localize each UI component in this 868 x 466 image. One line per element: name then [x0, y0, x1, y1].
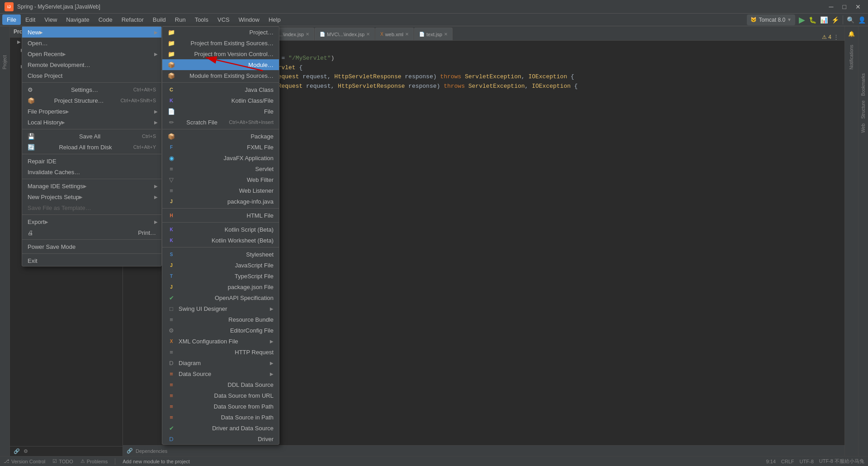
new-ts-item[interactable]: T TypeScript File — [162, 271, 279, 281]
new-xml-config-item[interactable]: X XML Configuration File ▶ — [162, 336, 279, 347]
new-datasource-in-path-item[interactable]: ≡ Data Source in Path — [162, 412, 279, 423]
new-project-item[interactable]: 📁 Project… — [162, 27, 279, 38]
editor-settings-icon[interactable]: ⋮ — [833, 33, 839, 40]
menu-item-invalidate[interactable]: Invalidate Caches… — [22, 166, 161, 177]
new-resource-bundle-item[interactable]: ≡ Resource Bundle — [162, 314, 279, 325]
tab-mvcindex[interactable]: 📄 MVC\...\index.jsp ✕ — [315, 28, 375, 40]
menu-item-ide-settings[interactable]: Manage IDE Settings ▶ — [22, 181, 161, 191]
menu-item-export[interactable]: Export ▶ — [22, 216, 161, 227]
menu-item-print[interactable]: 🖨 Print… — [22, 227, 161, 238]
new-js-item[interactable]: J JavaScript File — [162, 260, 279, 271]
new-diagram-item[interactable]: D Diagram ▶ — [162, 357, 279, 368]
new-fxml-item[interactable]: F FXML File — [162, 142, 279, 152]
new-package-item[interactable]: 📦 Package — [162, 131, 279, 142]
menu-item-save-all[interactable]: 💾 Save All Ctrl+S — [22, 131, 161, 142]
notif-bell-icon[interactable]: 🔔 — [846, 29, 857, 39]
menu-item-exit[interactable]: Exit — [22, 255, 161, 266]
menu-file[interactable]: File — [2, 14, 21, 25]
menu-item-close[interactable]: Close Project — [22, 70, 161, 81]
new-file-item[interactable]: 📄 File — [162, 106, 279, 117]
notifications-label[interactable]: Notifications — [849, 45, 854, 69]
menu-view[interactable]: View — [40, 14, 61, 25]
new-kotlin-class-item[interactable]: K Kotlin Class/File — [162, 95, 279, 106]
new-driver-item[interactable]: D Driver — [162, 433, 279, 444]
close-btn[interactable]: ✕ — [853, 2, 863, 11]
bookmarks-label[interactable]: Bookmarks — [860, 71, 867, 98]
datasource-path-icon: ≡ — [168, 403, 175, 410]
menu-item-settings[interactable]: ⚙ Settings… Ctrl+Alt+S — [22, 84, 161, 95]
minimize-btn[interactable]: ─ — [826, 2, 836, 11]
menu-item-new[interactable]: New ▶ — [22, 27, 161, 38]
new-scratch-item[interactable]: ✏ Scratch File Ctrl+Alt+Shift+Insert — [162, 117, 279, 128]
menu-item-open-recent[interactable]: Open Recent ▶ — [22, 48, 161, 59]
new-project-existing-item[interactable]: 📁 Project from Existing Sources… — [162, 38, 279, 48]
new-javafx-item[interactable]: ◉ JavaFX Application — [162, 152, 279, 163]
web-label[interactable]: Web — [860, 122, 867, 134]
new-java-class-item[interactable]: C Java Class — [162, 84, 279, 95]
new-openapi-item[interactable]: ✔ OpenAPI Specification — [162, 292, 279, 303]
maximize-btn[interactable]: □ — [840, 2, 849, 11]
tab-webxml[interactable]: X web.xml ✕ — [375, 28, 414, 40]
new-project-vcs-item[interactable]: 📁 Project from Version Control… — [162, 48, 279, 59]
structure-label[interactable]: Structure — [860, 99, 867, 121]
menu-item-file-properties[interactable]: File Properties ▶ — [22, 106, 161, 117]
new-datasource-path-item[interactable]: ≡ Data Source from Path — [162, 401, 279, 412]
menu-window[interactable]: Window — [234, 14, 264, 25]
debug-button[interactable]: 🐛 — [809, 16, 816, 24]
tree-bottom-icon2[interactable]: ⚙ — [24, 448, 28, 454]
new-html-item[interactable]: H HTML File — [162, 210, 279, 221]
menu-item-reload[interactable]: 🔄 Reload All from Disk Ctrl+Alt+Y — [22, 142, 161, 152]
menu-tools[interactable]: Tools — [190, 14, 213, 25]
menu-run[interactable]: Run — [170, 14, 190, 25]
new-driver-datasource-item[interactable]: ✔ Driver and Data Source — [162, 423, 279, 433]
left-sidebar-labels: Project — [0, 26, 10, 456]
new-weblistener-item[interactable]: ≡ Web Listener — [162, 185, 279, 196]
new-datasource-item[interactable]: ≡ Data Source ▶ — [162, 368, 279, 379]
new-datasource-url-item[interactable]: ≡ Data Source from URL — [162, 390, 279, 401]
deps-label[interactable]: Dependencies — [136, 448, 167, 454]
new-ddl-datasource-item[interactable]: ≡ DDL Data Source — [162, 379, 279, 390]
tab-textjsp[interactable]: 📄 text.jsp ✕ — [414, 28, 453, 40]
tab-close-mvc[interactable]: ✕ — [366, 32, 370, 37]
new-pkgjson-item[interactable]: J package.json File — [162, 281, 279, 292]
search-icon[interactable]: 🔍 — [847, 16, 854, 24]
new-pkginfo-item[interactable]: J package-info.java — [162, 196, 279, 207]
new-servlet-item[interactable]: ≡ Servlet — [162, 163, 279, 174]
user-icon[interactable]: 👤 — [858, 16, 866, 24]
tab-close-webxml[interactable]: ✕ — [405, 32, 409, 37]
menu-help[interactable]: Help — [264, 14, 285, 25]
new-module-item[interactable]: 📦 Module… — [162, 59, 279, 70]
project-label[interactable]: Project — [1, 53, 8, 71]
new-stylesheet-item[interactable]: S Stylesheet — [162, 249, 279, 260]
menu-item-remote[interactable]: Remote Development… — [22, 59, 161, 70]
menu-navigate[interactable]: Navigate — [61, 14, 94, 25]
menu-item-project-structure[interactable]: 📦 Project Structure… Ctrl+Alt+Shift+S — [22, 95, 161, 106]
new-webfilter-item[interactable]: ▽ Web Filter — [162, 174, 279, 185]
menu-item-local-history[interactable]: Local History ▶ — [22, 117, 161, 128]
new-kotlin-script-item[interactable]: K Kotlin Script (Beta) — [162, 224, 279, 235]
coverage-button[interactable]: 📊 — [820, 16, 828, 24]
run-config-dropdown[interactable]: 🐱 Tomcat 8.0 ▼ — [747, 14, 795, 25]
new-http-request-item[interactable]: ≡ HTTP Request — [162, 347, 279, 357]
menu-item-repair[interactable]: Repair IDE — [22, 156, 161, 166]
new-swing-item[interactable]: □ Swing UI Designer ▶ — [162, 303, 279, 314]
menu-refactor[interactable]: Refactor — [117, 14, 148, 25]
menu-build[interactable]: Build — [148, 14, 170, 25]
todo-btn[interactable]: ☑ TODO — [52, 458, 73, 464]
profile-button[interactable]: ⚡ — [831, 16, 839, 24]
run-button[interactable]: ▶ — [799, 15, 805, 25]
new-kotlin-ws-item[interactable]: K Kotlin Worksheet (Beta) — [162, 235, 279, 246]
menu-item-open[interactable]: Open… — [22, 38, 161, 48]
tree-bottom-icon[interactable]: 🔗 — [14, 448, 20, 454]
tab-close-index[interactable]: ✕ — [306, 32, 309, 37]
problems-btn[interactable]: ⚠ Problems — [80, 458, 108, 464]
new-module-existing-item[interactable]: 📦 Module from Existing Sources… — [162, 70, 279, 81]
version-control-btn[interactable]: ⎇ Version Control — [4, 458, 45, 464]
menu-code[interactable]: Code — [94, 14, 117, 25]
menu-item-power-save[interactable]: Power Save Mode — [22, 241, 161, 252]
new-editorconfig-item[interactable]: ⚙ EditorConfig File — [162, 325, 279, 336]
menu-item-new-projects[interactable]: New Projects Setup ▶ — [22, 191, 161, 202]
tab-close-text[interactable]: ✕ — [444, 32, 448, 37]
menu-edit[interactable]: Edit — [21, 14, 40, 25]
menu-vcs[interactable]: VCS — [213, 14, 234, 25]
